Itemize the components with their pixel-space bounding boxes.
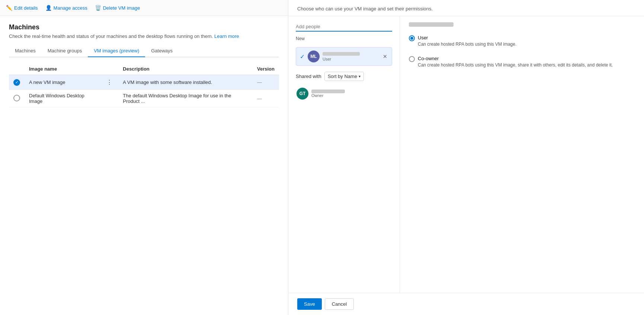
tab-machine-groups[interactable]: Machine groups [42,45,88,57]
row-more-button[interactable]: ⋮ [105,78,114,87]
tabs-bar: Machines Machine groups VM images (previ… [9,45,279,57]
tab-gateways[interactable]: Gateways [145,45,179,57]
page-subtitle: Check the real-time health and status of… [9,33,279,39]
vm-images-table: Image name Description Version ✓ A new V… [9,63,279,107]
col-header-version: Version [253,63,279,75]
owner-role: Owner [311,93,345,98]
coowner-permission-desc: Can create hosted RPA bots using this VM… [418,62,613,68]
owner-info: Owner [311,90,345,98]
selected-person-name-redacted [409,22,454,27]
table-row[interactable]: ✓ A new VM image ⋮ A VM image with some … [9,75,279,90]
coowner-permission-option[interactable]: Co-owner Can create hosted RPA bots usin… [409,56,635,68]
row-checkbox[interactable]: ✓ [9,75,25,90]
manage-access-description: Choose who can use your VM image and set… [297,6,433,12]
delete-vm-button[interactable]: 🗑️ Delete VM image [95,4,140,12]
access-right: User Can create hosted RPA bots using th… [400,16,644,293]
chevron-down-icon: ▾ [359,74,361,78]
table-row[interactable]: Default Windows Desktop Image The defaul… [9,90,279,107]
right-panel: Choose who can use your VM image and set… [288,0,644,315]
user-radio-fill [410,37,413,40]
row-version: — [253,90,279,107]
tab-vm-images[interactable]: VM images (preview) [88,45,145,57]
coowner-radio[interactable] [409,56,415,62]
user-role: User [323,57,379,61]
main-content: Machines Check the real-time health and … [0,16,288,315]
sort-dropdown[interactable]: Sort by Name ▾ [324,72,364,81]
check-circle-icon: ✓ [13,79,20,86]
shared-with-row: Shared with Sort by Name ▾ [296,72,392,81]
col-header-actions [100,63,118,75]
row-actions[interactable] [100,90,118,107]
check-empty-icon [13,95,20,101]
col-header-image-name: Image name [25,63,100,75]
row-image-name: A new VM image [25,75,100,90]
manage-access-header: Choose who can use your VM image and set… [288,0,644,16]
user-permission-desc: Can create hosted RPA bots using this VM… [418,41,516,48]
save-button[interactable]: Save [297,298,322,310]
coowner-permission-label: Co-owner [418,56,613,61]
access-left: New ✓ ML User ✕ Shared with Sort by Name… [288,16,400,293]
col-header-checkbox [9,63,25,75]
manage-access-body: New ✓ ML User ✕ Shared with Sort by Name… [288,16,644,293]
user-permission-option[interactable]: User Can create hosted RPA bots using th… [409,35,635,48]
user-info: User [323,52,379,61]
row-actions[interactable]: ⋮ [100,75,118,90]
manage-access-icon: 👤 [45,5,52,11]
avatar-gt: GT [297,88,308,100]
cancel-button[interactable]: Cancel [325,298,354,310]
user-name-redacted [323,52,360,56]
user-permission-details: User Can create hosted RPA bots using th… [418,35,516,48]
user-radio[interactable] [409,35,415,41]
delete-icon: 🗑️ [95,5,101,11]
new-user-item[interactable]: ✓ ML User ✕ [296,47,392,66]
selected-check-icon: ✓ [300,53,305,60]
remove-user-button[interactable]: ✕ [382,53,388,60]
tab-machines[interactable]: Machines [9,45,42,57]
manage-access-footer: Save Cancel [288,293,644,315]
add-people-input[interactable] [296,22,392,32]
row-image-name: Default Windows Desktop Image [25,90,100,107]
manage-access-button[interactable]: 👤 Manage access [45,4,87,12]
col-header-description: Description [118,63,253,75]
learn-more-link[interactable]: Learn more [214,33,239,39]
row-checkbox[interactable] [9,90,25,107]
coowner-permission-details: Co-owner Can create hosted RPA bots usin… [418,56,613,68]
owner-item: GT Owner [296,85,392,102]
row-description: A VM image with some software installed. [118,75,253,90]
avatar-ml: ML [308,51,320,62]
row-version: — [253,75,279,90]
owner-name-redacted [311,90,345,93]
new-label: New [296,36,392,41]
edit-icon: ✏️ [6,5,12,11]
page-title: Machines [9,23,279,31]
edit-details-button[interactable]: ✏️ Edit details [6,4,38,12]
left-panel: ✏️ Edit details 👤 Manage access 🗑️ Delet… [0,0,288,315]
toolbar: ✏️ Edit details 👤 Manage access 🗑️ Delet… [0,0,288,16]
shared-with-label: Shared with [296,74,321,79]
row-description: The default Windows Desktop Image for us… [118,90,253,107]
user-permission-label: User [418,35,516,40]
